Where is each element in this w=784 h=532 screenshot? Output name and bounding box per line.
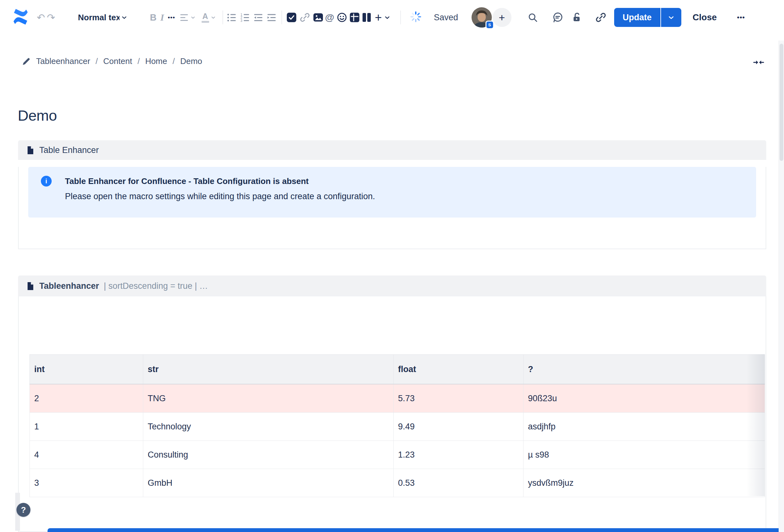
layout-button[interactable] xyxy=(362,12,372,23)
outdent-icon xyxy=(253,13,263,23)
table-row: 2 TNG 5.73 90ß23u xyxy=(30,384,765,413)
more-actions-button[interactable]: ••• xyxy=(735,13,747,22)
cell: 1 xyxy=(30,413,143,441)
save-status-text: Saved xyxy=(434,13,458,23)
bold-icon: B xyxy=(150,12,157,23)
info-panel: i Table Enhancer for Confluence - Table … xyxy=(28,167,756,217)
macro-title: Tableenhancer xyxy=(39,281,99,291)
breadcrumb-item-space[interactable]: Tableenhancer xyxy=(36,56,90,66)
user-avatar[interactable]: S xyxy=(472,7,492,28)
macro-parameters: | sortDescending = true | … xyxy=(104,281,208,291)
plus-icon: + xyxy=(375,12,382,23)
cell: 5.73 xyxy=(394,384,524,413)
macro-table-enhancer[interactable]: Table Enhancer i Table Enhancer for Conf… xyxy=(18,140,766,242)
page-title[interactable]: Demo xyxy=(18,107,57,124)
mention-button[interactable]: @ xyxy=(325,13,334,22)
redo-icon: ↷ xyxy=(47,13,55,23)
bottom-blue-bar xyxy=(48,528,784,532)
cell: 4 xyxy=(30,441,143,469)
chevron-down-icon xyxy=(121,14,128,21)
breadcrumb-item-content[interactable]: Content xyxy=(103,56,132,66)
bullet-list-button[interactable] xyxy=(227,13,236,23)
breadcrumb-separator: / xyxy=(138,56,140,66)
task-list-button[interactable] xyxy=(286,12,297,23)
outdent-button[interactable] xyxy=(253,13,263,23)
alignment-dropdown[interactable] xyxy=(180,13,196,23)
cell: 2 xyxy=(30,384,143,413)
insert-dropdown[interactable] xyxy=(384,14,391,21)
numbered-list-button[interactable]: 123 xyxy=(240,13,250,23)
svg-text:3: 3 xyxy=(241,19,243,22)
confluence-logo-icon[interactable] xyxy=(11,7,30,28)
chevron-down-icon xyxy=(384,14,391,21)
share-link-button[interactable] xyxy=(595,12,607,23)
unlock-icon xyxy=(571,12,583,23)
indent-icon xyxy=(267,13,276,23)
close-button[interactable]: Close xyxy=(691,12,719,23)
insert-table-button[interactable] xyxy=(349,12,360,23)
chevron-down-icon xyxy=(190,14,196,20)
emoji-button[interactable] xyxy=(337,12,347,23)
edit-pencil-icon xyxy=(22,57,31,65)
text-style-dropdown[interactable]: Normal text xyxy=(78,13,128,23)
chevron-down-icon xyxy=(667,13,675,21)
table-row: 4 Consulting 1.23 µ s98 xyxy=(30,441,765,469)
info-panel-title: Table Enhancer for Confluence - Table Co… xyxy=(65,176,744,186)
undo-button[interactable]: ↶ xyxy=(37,13,45,23)
bold-button[interactable]: B xyxy=(150,12,157,23)
update-split-button: Update xyxy=(614,8,681,27)
table-row: 1 Technology 9.49 asdjhfp xyxy=(30,413,765,441)
cell: 1.23 xyxy=(394,441,524,469)
cell: Consulting xyxy=(143,441,394,469)
comments-button[interactable] xyxy=(552,12,563,23)
scrollbar-thumb[interactable] xyxy=(780,44,783,161)
macro-header[interactable]: Tableenhancer | sortDescending = true | … xyxy=(18,275,766,296)
cell: Technology xyxy=(143,413,394,441)
columns-layout-icon xyxy=(362,12,372,23)
column-header-float[interactable]: float xyxy=(394,355,524,384)
breadcrumb-separator: / xyxy=(172,56,175,66)
toolbar-divider xyxy=(222,10,223,24)
indent-button[interactable] xyxy=(267,13,276,23)
cell: 0.53 xyxy=(394,469,524,497)
info-icon: i xyxy=(41,176,52,186)
help-button[interactable]: ? xyxy=(17,503,30,517)
column-header-str[interactable]: str xyxy=(143,355,394,384)
column-header-int[interactable]: int xyxy=(30,355,143,384)
cell: GmbH xyxy=(143,469,394,497)
table-row: 3 GmbH 0.53 ysdvßm9juz xyxy=(30,469,765,497)
page-scrollbar[interactable] xyxy=(779,40,784,532)
text-color-icon: A xyxy=(201,12,209,23)
document-icon xyxy=(26,282,34,290)
column-header-question[interactable]: ? xyxy=(524,355,765,384)
search-icon xyxy=(527,12,538,23)
restrictions-button[interactable] xyxy=(571,12,583,23)
collapse-width-button[interactable] xyxy=(752,57,766,69)
insert-image-button[interactable] xyxy=(313,12,323,23)
cell: TNG xyxy=(143,384,394,413)
more-formatting-icon: ••• xyxy=(168,14,175,21)
breadcrumb-item-home[interactable]: Home xyxy=(145,56,167,66)
insert-link-button[interactable] xyxy=(299,12,311,23)
insert-more-button[interactable]: + xyxy=(375,12,382,23)
redo-button[interactable]: ↷ xyxy=(47,13,55,23)
more-formatting-button[interactable]: ••• xyxy=(168,14,175,21)
update-options-button[interactable] xyxy=(661,8,681,27)
search-button[interactable] xyxy=(527,12,538,23)
chain-link-icon xyxy=(595,12,607,23)
cell: 3 xyxy=(30,469,143,497)
update-button[interactable]: Update xyxy=(614,8,661,27)
italic-button[interactable]: I xyxy=(160,12,164,23)
italic-icon: I xyxy=(160,12,164,23)
macro-tableenhancer[interactable]: Tableenhancer | sortDescending = true | … xyxy=(18,275,766,532)
text-color-dropdown[interactable]: A xyxy=(201,12,216,23)
breadcrumb-item-demo[interactable]: Demo xyxy=(180,56,202,66)
cell: asdjhfp xyxy=(524,413,765,441)
data-table: int str float ? 2 TNG 5.73 90ß23u 1 Tech… xyxy=(29,354,765,497)
collapse-arrows-icon xyxy=(753,58,764,66)
table-header-row: int str float ? xyxy=(30,355,765,384)
bullet-list-icon xyxy=(227,13,236,23)
overflow-menu-icon: ••• xyxy=(737,13,745,21)
invite-button[interactable]: + xyxy=(493,8,511,27)
macro-header[interactable]: Table Enhancer xyxy=(18,140,766,160)
